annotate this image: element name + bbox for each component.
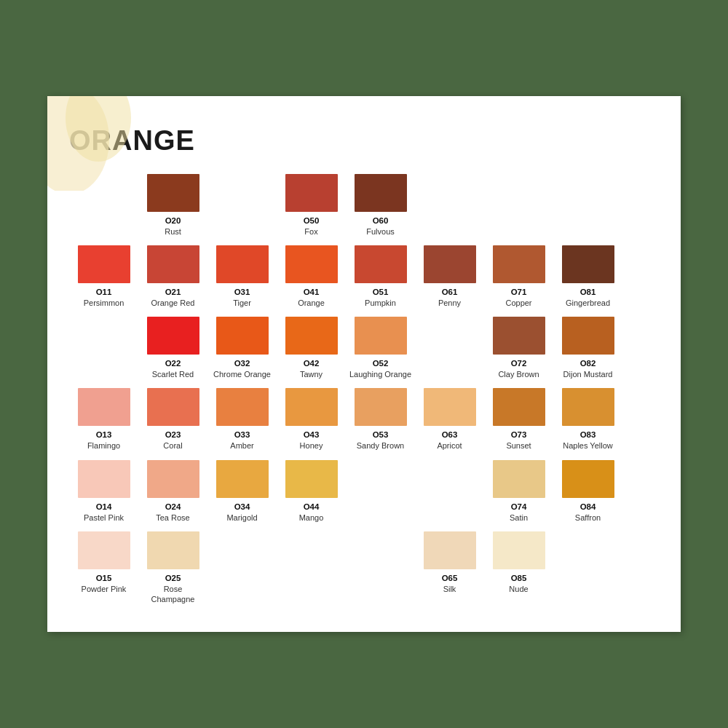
color-chart-card: ORANGE O20 Rust O50 Fox O60 Fulvous O11 … (47, 96, 681, 633)
code-o71: O71 (511, 287, 527, 298)
code-o72: O72 (511, 358, 527, 369)
name-o60: Fulvous (366, 226, 395, 237)
swatch-o60 (355, 174, 407, 212)
name-o41: Orange (298, 298, 325, 308)
swatch-o15 (78, 531, 130, 569)
name-o74: Satin (510, 513, 528, 523)
code-o44: O44 (304, 502, 320, 513)
swatch-o85 (493, 531, 545, 569)
code-o24: O24 (165, 502, 181, 513)
name-o85: Nude (509, 584, 528, 594)
color-cell-o13: O13 Flamingo (69, 385, 138, 456)
swatch-o73 (493, 388, 545, 426)
code-o11: O11 (96, 287, 112, 298)
code-o74: O74 (511, 502, 527, 513)
color-cell-o74: O74 Satin (484, 457, 553, 529)
name-o14: Pastel Pink (84, 513, 124, 523)
name-o34: Marigold (226, 513, 257, 523)
swatch-o72 (493, 317, 545, 355)
name-o72: Clay Brown (498, 369, 539, 379)
name-o24: Tea Rose (156, 513, 189, 523)
color-cell-o25: O25 Rose Champagne (138, 529, 207, 611)
color-cell-o32: O32 Chrome Orange (207, 314, 277, 385)
color-cell-o53: O53 Sandy Brown (346, 385, 415, 456)
color-cell-o41: O41 Orange (277, 242, 346, 314)
corner-decoration (47, 96, 142, 191)
code-o13: O13 (96, 430, 112, 440)
color-cell-o24: O24 Tea Rose (138, 457, 207, 529)
swatch-o22 (147, 317, 199, 355)
color-cell-o63: O63 Apricot (415, 385, 484, 456)
color-cell-o14: O14 Pastel Pink (69, 457, 138, 529)
code-o15: O15 (96, 573, 112, 584)
swatch-o42 (285, 317, 338, 355)
code-o73: O73 (511, 430, 527, 440)
code-o22: O22 (165, 358, 181, 369)
swatch-o65 (424, 531, 476, 569)
swatch-o71 (493, 245, 545, 283)
swatch-o41 (285, 245, 338, 283)
color-cell-o73: O73 Sunset (484, 385, 553, 456)
code-o21: O21 (165, 287, 181, 298)
color-cell-o61: O61 Penny (415, 242, 484, 314)
swatch-o33 (216, 388, 269, 426)
name-o71: Copper (505, 298, 531, 308)
name-o11: Persimmon (84, 298, 124, 308)
name-o65: Silk (443, 584, 456, 594)
name-o31: Tiger (233, 298, 251, 308)
swatch-o44 (285, 460, 338, 498)
color-row-4: O13 Flamingo O23 Coral O33 Amber O43 Hon… (69, 385, 659, 456)
swatch-o25 (147, 531, 199, 569)
code-o33: O33 (234, 430, 250, 440)
color-cell-o83: O83 Naples Yellow (553, 385, 622, 456)
name-o20: Rust (165, 226, 181, 237)
name-o51: Pumpkin (365, 298, 396, 308)
swatch-o53 (355, 388, 407, 426)
swatch-o34 (216, 460, 269, 498)
name-o61: Penny (438, 298, 461, 308)
swatch-o82 (562, 317, 614, 355)
swatch-o11 (78, 245, 130, 283)
code-o23: O23 (165, 430, 181, 440)
code-o43: O43 (304, 430, 320, 440)
swatch-o52 (355, 317, 407, 355)
swatch-o43 (285, 388, 338, 426)
color-cell-o34: O34 Marigold (207, 457, 277, 529)
name-o44: Mango (299, 513, 324, 523)
swatch-o74 (493, 460, 545, 498)
name-o13: Flamingo (87, 440, 120, 451)
color-row-6: O15 Powder Pink O25 Rose Champagne O65 S… (69, 529, 659, 611)
name-o22: Scarlet Red (152, 369, 194, 379)
color-cell-o42: O42 Tawny (277, 314, 346, 385)
code-o52: O52 (373, 358, 389, 369)
name-o84: Saffron (575, 513, 601, 523)
code-o84: O84 (580, 502, 596, 513)
code-o14: O14 (96, 502, 112, 513)
code-o41: O41 (304, 287, 320, 298)
color-cell-o43: O43 Honey (277, 385, 346, 456)
color-cell-o85: O85 Nude (484, 529, 553, 600)
color-row-2: O11 Persimmon O21 Orange Red O31 Tiger O… (69, 242, 659, 314)
code-o65: O65 (442, 573, 458, 584)
code-o82: O82 (580, 358, 596, 369)
swatch-o23 (147, 388, 199, 426)
color-cell-o50: O50 Fox (277, 171, 346, 242)
name-o23: Coral (163, 440, 182, 451)
name-o42: Tawny (300, 369, 323, 379)
color-row-3: O22 Scarlet Red O32 Chrome Orange O42 Ta… (69, 314, 659, 385)
code-o50: O50 (304, 215, 320, 226)
swatch-o31 (216, 245, 269, 283)
code-o61: O61 (442, 287, 458, 298)
color-cell-o21: O21 Orange Red (138, 242, 207, 314)
color-cell-o22: O22 Scarlet Red (138, 314, 207, 385)
page-title: ORANGE (69, 125, 659, 157)
name-o73: Sunset (506, 440, 531, 451)
code-o63: O63 (442, 430, 458, 440)
color-cell-o84: O84 Saffron (553, 457, 622, 529)
name-o15: Powder Pink (82, 584, 127, 594)
code-o85: O85 (511, 573, 527, 584)
color-cell-o44: O44 Mango (277, 457, 346, 529)
swatch-o51 (355, 245, 407, 283)
code-o20: O20 (165, 215, 181, 226)
color-cell-o71: O71 Copper (484, 242, 553, 314)
